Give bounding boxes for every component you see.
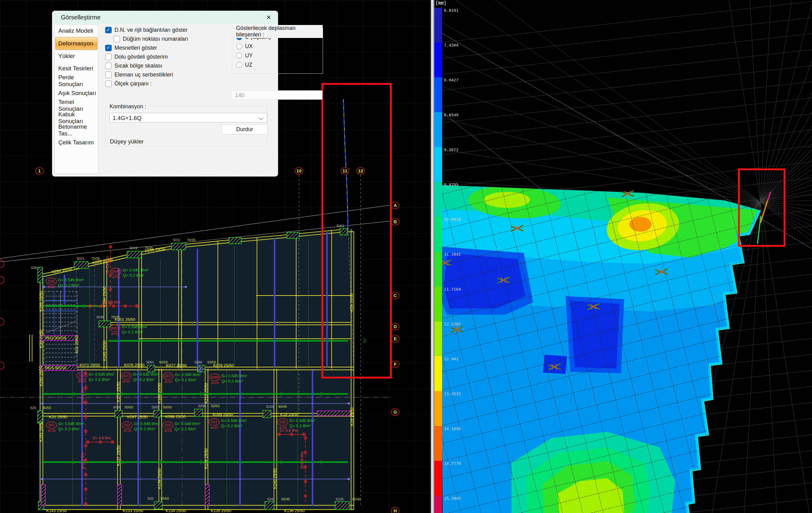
chevron-down-icon <box>259 116 263 120</box>
displacement-group: Gösterilecek deplasman bileşenleri : U (… <box>232 28 323 74</box>
svg-text:Q= 0.2 tf/m²: Q= 0.2 tf/m² <box>133 377 154 382</box>
svg-text:G= 0.545 tf/m²: G= 0.545 tf/m² <box>175 372 201 377</box>
checkbox-olcek-carpani[interactable]: Ölçek çarpanı : <box>105 80 275 87</box>
svg-text:Q= 0.2 tf/m²: Q= 0.2 tf/m² <box>289 424 311 428</box>
svg-text:50/50: 50/50 <box>211 404 220 408</box>
kombinasyon-select[interactable]: 1.4G+1.6Q <box>109 113 267 122</box>
sidebar-item-kesit-tesirleri[interactable]: Kesit Tesirleri <box>55 62 98 75</box>
svg-text:70/35: 70/35 <box>144 246 153 250</box>
svg-text:6.8181: 6.8181 <box>444 8 459 12</box>
svg-text:12.941: 12.941 <box>444 357 459 361</box>
sidebar-item-celik-tasarim[interactable]: Çelik Tasarım <box>55 136 98 149</box>
svg-text:14.1656: 14.1656 <box>444 426 461 431</box>
svg-text:G= 0.545 tf/m²: G= 0.545 tf/m² <box>175 421 201 426</box>
radio-uy[interactable]: UY <box>236 52 323 59</box>
svg-text:15.3902: 15.3902 <box>444 496 461 501</box>
svg-text:d=15: d=15 <box>48 285 55 289</box>
svg-text:d=15: d=15 <box>122 379 130 383</box>
svg-text:70/35: 70/35 <box>91 257 100 260</box>
svg-text:G= 0.545 tf/m²: G= 0.545 tf/m² <box>289 418 315 423</box>
svg-text:G= 0.545 tf/m²: G= 0.545 tf/m² <box>89 372 114 377</box>
deformation-viewport[interactable]: 6.81817.43048.04278.65499.26729.879510.4… <box>434 0 812 513</box>
svg-text:14.7779: 14.7779 <box>444 461 461 466</box>
svg-text:Q= 0.2 tf/m²: Q= 0.2 tf/m² <box>222 379 243 383</box>
dialog-titlebar[interactable]: Görselleştirme ✕ <box>52 11 278 24</box>
svg-text:Q= 0.2 tf/m²: Q= 0.2 tf/m² <box>121 330 143 334</box>
svg-text:d=15: d=15 <box>112 275 120 279</box>
svg-text:K133 25/50: K133 25/50 <box>123 508 143 513</box>
svg-text:d=15: d=15 <box>123 429 131 432</box>
viewport-splitter[interactable] <box>431 0 434 513</box>
svg-text:Q=0.6 tf/m: Q=0.6 tf/m <box>81 452 85 469</box>
svg-text:G: G <box>393 409 397 415</box>
svg-text:K077 25/50: K077 25/50 <box>166 363 187 368</box>
svg-text:11.7164: 11.7164 <box>444 287 461 291</box>
svg-text:K078 25/50: K078 25/50 <box>213 363 234 368</box>
sidebar-item-perde-sonuclari[interactable]: Perde Sonuçları <box>55 75 98 87</box>
unit-label: [mm] <box>435 0 446 6</box>
svg-text:S126: S126 <box>336 497 344 501</box>
svg-text:G= 0.8 tf/m: G= 0.8 tf/m <box>102 300 120 305</box>
svg-text:10.4918: 10.4918 <box>444 217 461 222</box>
svg-text:Q= 0.2 tf/m²: Q= 0.2 tf/m² <box>134 427 155 431</box>
svg-text:K30 30/50: K30 30/50 <box>38 330 43 348</box>
radio-uz[interactable]: UZ <box>236 62 323 68</box>
svg-text:S021: S021 <box>77 257 85 260</box>
svg-text:K098 25/50: K098 25/50 <box>165 414 186 419</box>
svg-text:K290 25/50: K290 25/50 <box>38 366 43 386</box>
scale-factor-input[interactable]: 140 <box>232 90 322 99</box>
svg-text:70/35: 70/35 <box>187 238 196 242</box>
svg-text:8.0427: 8.0427 <box>444 78 459 82</box>
svg-text:13.5533: 13.5533 <box>444 392 461 396</box>
sidebar-item-temel-sonuclari[interactable]: Temel Sonuçları <box>55 99 98 112</box>
svg-text:Q= 0.2 tf/m²: Q= 0.2 tf/m² <box>58 427 80 431</box>
svg-text:11: 11 <box>343 168 347 173</box>
svg-text:K31 25/50: K31 25/50 <box>49 415 67 419</box>
svg-text:D28: D28 <box>48 280 54 283</box>
svg-text:K18 25/50: K18 25/50 <box>280 412 298 417</box>
svg-text:10: 10 <box>296 168 302 173</box>
svg-text:S101: S101 <box>266 405 274 408</box>
visualization-dialog: Görselleştirme ✕ Analiz Modeli Deformasy… <box>52 10 278 177</box>
svg-text:K189 25/50: K189 25/50 <box>157 383 162 403</box>
svg-text:Q= 0.2 tf/m²: Q= 0.2 tf/m² <box>221 424 242 428</box>
svg-text:S38: S38 <box>31 266 37 269</box>
svg-text:K143 25/50: K143 25/50 <box>46 508 67 513</box>
svg-text:K139 25/50: K139 25/50 <box>204 448 208 469</box>
svg-text:F: F <box>394 362 397 367</box>
radio-ux[interactable]: UX <box>236 43 323 50</box>
svg-text:S091: S091 <box>151 405 160 409</box>
svg-text:G= 0.8 tf/m: G= 0.8 tf/m <box>92 436 111 440</box>
svg-text:G= 0.545 tf/m²: G= 0.545 tf/m² <box>123 268 149 273</box>
svg-text:d=15: d=15 <box>211 381 219 385</box>
svg-text:S016: S016 <box>129 246 138 250</box>
sidebar-item-analiz-modeli[interactable]: Analiz Modeli <box>55 25 98 37</box>
svg-text:Q=0.6 tf/m: Q=0.6 tf/m <box>300 452 304 469</box>
svg-text:G= 0.545 tf/m²: G= 0.545 tf/m² <box>133 372 159 377</box>
svg-text:7.4304: 7.4304 <box>444 43 459 48</box>
svg-text:1: 1 <box>38 168 41 173</box>
sidebar-item-betonarme[interactable]: Betonarme Tas... <box>55 124 98 136</box>
svg-text:S061: S061 <box>146 360 154 364</box>
svg-text:K19 25/50: K19 25/50 <box>350 407 354 426</box>
svg-text:D23: D23 <box>165 423 171 427</box>
svg-text:K28 25/50: K28 25/50 <box>349 293 354 312</box>
svg-text:Q= 0.2 tf/m²: Q= 0.2 tf/m² <box>89 377 110 382</box>
svg-text:D077: D077 <box>164 374 172 378</box>
svg-text:G= 0.545 tf/m²: G= 0.545 tf/m² <box>58 421 84 426</box>
svg-text:S011: S011 <box>173 238 180 242</box>
sidebar-item-kabuk-sonuclari[interactable]: Kabuk Sonuçları <box>55 112 98 124</box>
durdur-button[interactable]: Durdur <box>222 124 268 135</box>
svg-text:K099 25/50: K099 25/50 <box>212 412 233 417</box>
svg-text:D26: D26 <box>79 374 85 377</box>
sidebar-item-yukler[interactable]: Yükler <box>55 50 98 62</box>
svg-text:D057: D057 <box>111 326 119 330</box>
svg-text:d=15: d=15 <box>78 379 86 383</box>
sidebar-item-asik-sonuclari[interactable]: Aşık Sonuçları <box>55 87 98 99</box>
sidebar-item-deformasyon[interactable]: Deformasyon <box>55 37 97 50</box>
dusey-yukler-label: Düşey yükler <box>110 138 144 145</box>
svg-text:S066: S066 <box>194 360 202 364</box>
svg-text:K151 25/50: K151 25/50 <box>38 421 43 442</box>
svg-text:K134 25/50: K134 25/50 <box>166 508 186 513</box>
close-icon[interactable]: ✕ <box>264 13 273 22</box>
